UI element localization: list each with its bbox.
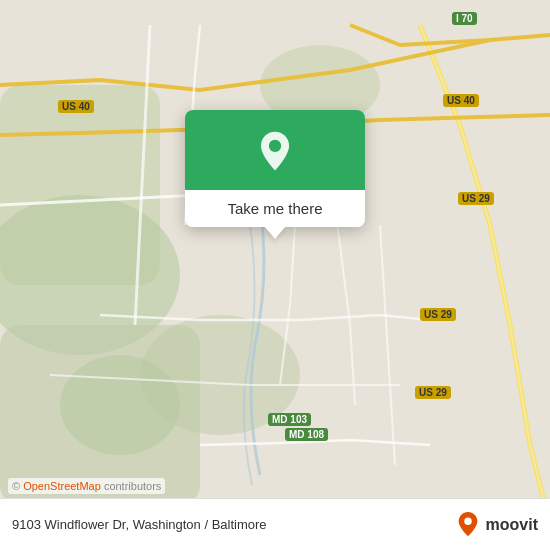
route-badge-i70: I 70 — [452, 12, 477, 25]
route-badge-us40-right: US 40 — [443, 94, 479, 107]
openstreetmap-credit: © OpenStreetMap contributors — [8, 478, 165, 494]
map-container: I 70 US 40 US 40 US 29 US 29 US 29 MD 10… — [0, 0, 550, 550]
route-badge-md108: MD 108 — [285, 428, 328, 441]
svg-point-6 — [269, 140, 281, 152]
route-badge-us29-mid: US 29 — [420, 308, 456, 321]
location-pin-icon — [253, 130, 297, 174]
moovit-brand-text: moovit — [486, 516, 538, 534]
svg-point-5 — [60, 355, 180, 455]
svg-point-7 — [464, 517, 471, 524]
popup-card: Take me there — [185, 110, 365, 227]
popup-icon-area — [185, 110, 365, 190]
moovit-logo: moovit — [454, 511, 538, 539]
route-badge-us29-bot: US 29 — [415, 386, 451, 399]
address-text: 9103 Windflower Dr, Washington / Baltimo… — [12, 517, 267, 532]
route-badge-us29-top: US 29 — [458, 192, 494, 205]
osm-link[interactable]: OpenStreetMap — [23, 480, 101, 492]
info-bar: 9103 Windflower Dr, Washington / Baltimo… — [0, 498, 550, 550]
moovit-pin-icon — [454, 511, 482, 539]
route-badge-us40-left: US 40 — [58, 100, 94, 113]
roads-layer — [0, 0, 550, 550]
route-badge-md103: MD 103 — [268, 413, 311, 426]
take-me-there-button[interactable]: Take me there — [185, 190, 365, 227]
